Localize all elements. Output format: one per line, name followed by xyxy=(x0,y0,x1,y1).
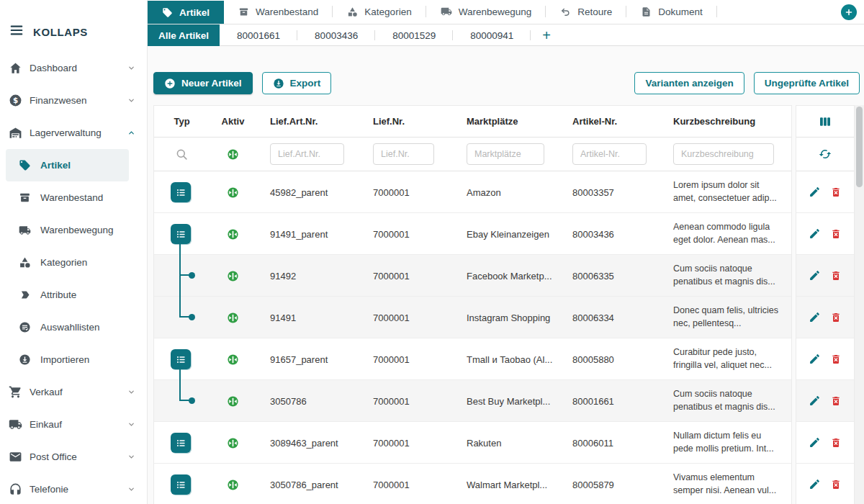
menu-icon[interactable] xyxy=(9,22,24,41)
aktiv-filter[interactable] xyxy=(210,148,256,161)
lief-nr-cell: 7000001 xyxy=(359,229,453,240)
column-header-lief-art-nr[interactable]: Lief.Art.Nr. xyxy=(256,116,359,127)
delete-row-button[interactable] xyxy=(830,437,842,449)
trash-x-icon xyxy=(830,479,842,490)
tab-warenbestand[interactable]: Warenbestand xyxy=(224,0,333,24)
delete-row-button[interactable] xyxy=(830,186,842,198)
tree-connector-line xyxy=(179,380,181,401)
edit-row-button[interactable] xyxy=(809,228,821,240)
show-variants-button[interactable]: Varianten anzeigen xyxy=(634,72,744,94)
tree-connector-line xyxy=(179,297,181,318)
edit-row-button[interactable] xyxy=(809,395,821,407)
sidebar-item-importieren[interactable]: Importieren xyxy=(0,343,147,376)
refresh-button[interactable] xyxy=(819,148,832,161)
delete-row-button[interactable] xyxy=(830,270,842,282)
delete-row-button[interactable] xyxy=(830,395,842,407)
sidebar-item-post-office[interactable]: Post Office xyxy=(0,441,147,473)
toggle-active-icon[interactable] xyxy=(227,395,239,408)
kurzbeschreibung-cell: Lorem ipsum dolor sit amet, consectetuer… xyxy=(660,179,793,205)
marktplatz-cell: Walmart Marketpl... xyxy=(453,480,559,490)
column-header-aktiv[interactable]: Aktiv xyxy=(210,116,256,127)
column-header-kurzbeschreibung[interactable]: Kurzbeschreibung xyxy=(660,116,793,127)
article-type-button[interactable] xyxy=(171,349,191,369)
edit-row-button[interactable] xyxy=(809,186,821,198)
column-header-lief-nr[interactable]: Lief.Nr. xyxy=(359,116,453,127)
sidebar-nav: Dashboard $ Finanzwesen Lagerverwaltung … xyxy=(0,52,147,504)
sidebar-item-kategorien[interactable]: Kategorien xyxy=(0,246,147,279)
kurzbeschreibung-cell: Cum sociis natoque penatibus et magnis d… xyxy=(660,263,793,289)
lief-nr-filter-input[interactable] xyxy=(373,143,434,165)
delete-row-button[interactable] xyxy=(830,228,842,240)
lief-art-nr-filter-input[interactable] xyxy=(270,143,344,165)
typ-filter[interactable] xyxy=(154,148,210,161)
delete-row-button[interactable] xyxy=(830,354,842,365)
edit-row-button[interactable] xyxy=(809,478,821,490)
tab-dokument[interactable]: Dokument xyxy=(626,0,717,24)
sidebar-item-telefonie[interactable]: Telefonie xyxy=(0,473,147,504)
article-tab[interactable]: 80003436 xyxy=(297,24,375,46)
tree-connector-line xyxy=(179,244,181,255)
sidebar-item-warenbestand[interactable]: Warenbestand xyxy=(0,181,147,214)
export-button[interactable]: Export xyxy=(262,72,332,94)
add-article-tab-button[interactable]: + xyxy=(531,24,562,46)
article-tab[interactable]: 80000941 xyxy=(453,24,531,46)
sidebar-item-artikel[interactable]: Artikel xyxy=(6,149,129,181)
toggle-active-icon[interactable] xyxy=(227,270,239,282)
article-type-button[interactable] xyxy=(171,224,191,244)
sidebar-item-warenbewegung[interactable]: Warenbewegung xyxy=(0,214,147,246)
kurzbeschreibung-filter-input[interactable] xyxy=(673,143,774,165)
tab-artikel[interactable]: Artikel xyxy=(148,1,224,24)
tab-kategorien[interactable]: Kategorien xyxy=(333,0,426,24)
toggle-active-icon[interactable] xyxy=(227,354,239,366)
sidebar-item-auswahllisten[interactable]: Auswahllisten xyxy=(0,311,147,343)
sidebar-item-verkauf[interactable]: Verkauf xyxy=(0,376,147,408)
sidebar-item-finanzwesen[interactable]: $ Finanzwesen xyxy=(0,84,147,117)
article-tab[interactable]: 80001661 xyxy=(220,24,297,46)
edit-row-button[interactable] xyxy=(809,311,821,323)
toggle-active-icon[interactable] xyxy=(227,186,239,199)
chevron-down-icon xyxy=(127,485,135,493)
marktplaetze-filter-input[interactable] xyxy=(467,143,544,165)
sidebar-item-lagerverwaltung[interactable]: Lagerverwaltung xyxy=(0,117,147,149)
tab-warenbewegung[interactable]: Warenbewegung xyxy=(426,0,546,24)
edit-row-button[interactable] xyxy=(809,353,821,365)
column-header-marktplaetze[interactable]: Marktplätze xyxy=(453,116,559,127)
row-actions xyxy=(796,213,854,255)
delete-row-button[interactable] xyxy=(830,312,842,323)
sidebar-item-attribute[interactable]: Attribute xyxy=(0,279,147,311)
artikel-nr-filter-input[interactable] xyxy=(572,143,647,165)
add-module-tab-button[interactable] xyxy=(841,4,857,20)
sidebar-item-label: Warenbestand xyxy=(40,192,103,203)
columns-settings-button[interactable] xyxy=(818,114,832,129)
toggle-active-icon[interactable] xyxy=(227,228,239,240)
edit-row-button[interactable] xyxy=(809,269,821,282)
article-type-button[interactable] xyxy=(171,182,191,202)
edit-row-button[interactable] xyxy=(809,436,821,449)
tab-retoure[interactable]: Retoure xyxy=(546,0,626,24)
unchecked-articles-button[interactable]: Ungeprüfte Artikel xyxy=(754,72,860,94)
delete-row-button[interactable] xyxy=(830,479,842,490)
vertical-scrollbar-thumb[interactable] xyxy=(856,107,863,187)
vertical-scrollbar-track[interactable] xyxy=(855,105,864,504)
column-header-artikel-nr[interactable]: Artikel-Nr. xyxy=(559,116,660,127)
new-article-button[interactable]: Neuer Artikel xyxy=(153,72,253,94)
artikel-nr-cell: 80006011 xyxy=(559,438,660,449)
toggle-active-icon[interactable] xyxy=(227,312,239,324)
toggle-active-icon[interactable] xyxy=(227,437,239,449)
tab-label: Dokument xyxy=(658,6,703,17)
article-type-button[interactable] xyxy=(171,474,191,495)
lief-art-nr-filter-cell xyxy=(256,143,359,165)
table-row: 3050786 7000001 Best Buy Marketpl... 800… xyxy=(154,380,791,422)
column-header-typ[interactable]: Typ xyxy=(154,116,210,127)
mail-icon xyxy=(8,450,22,464)
sidebar-item-dashboard[interactable]: Dashboard xyxy=(0,52,147,84)
article-tab-alle[interactable]: Alle Artikel xyxy=(148,24,220,46)
article-type-button[interactable] xyxy=(171,433,191,453)
list-icon xyxy=(175,437,187,449)
table-row: 91491 7000001 Instagram Shopping 8000633… xyxy=(154,297,791,338)
sidebar-item-einkauf[interactable]: Einkauf xyxy=(0,408,147,441)
article-tab[interactable]: 80001529 xyxy=(375,24,453,46)
toggle-active-icon[interactable] xyxy=(227,479,239,491)
kurzbeschreibung-cell: Donec quam felis, ultricies nec, pellent… xyxy=(660,305,793,330)
button-label: Export xyxy=(290,78,321,89)
